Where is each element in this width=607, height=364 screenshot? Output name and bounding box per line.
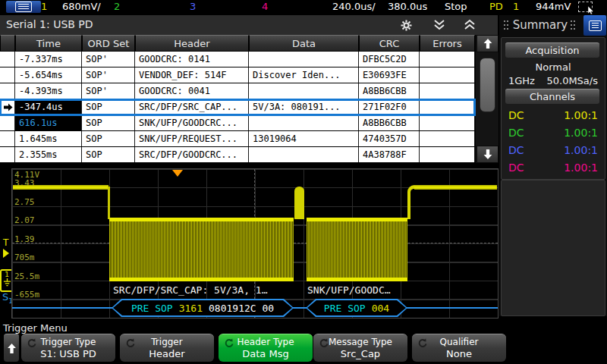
- channel1-marker-number: 1: [5, 271, 9, 278]
- softkey-value: None: [446, 348, 472, 360]
- cell-crc: DFBC5C2D: [359, 52, 420, 67]
- cell-ordset: SOP': [82, 83, 135, 99]
- cell-errors: [420, 83, 475, 99]
- channel1-summary-row[interactable]: DC 1.00:1: [502, 106, 605, 124]
- bmc-burst-packet-2: [307, 218, 407, 281]
- graticule[interactable]: 4.11V 3.43 2.75 2.07 1.39 705m 25.5m -65…: [11, 168, 498, 318]
- channel3-summary-row[interactable]: DC 1.00:1: [502, 141, 605, 158]
- table-row-selected[interactable]: -347.4us SOP SRC/DFP/SRC_CAP... 5V/3A: 0…: [0, 99, 475, 115]
- y-axis-label: 25.5m: [14, 271, 39, 281]
- chevron-double-up-icon[interactable]: [461, 18, 478, 32]
- trace-rising-edge: [407, 185, 417, 219]
- trigger-level-marker-icon[interactable]: [3, 249, 9, 258]
- col-header-errors[interactable]: Errors: [420, 35, 475, 52]
- serial-window-titlebar[interactable]: Serial 1: USB PD: [0, 15, 498, 36]
- cell-time: -7.337ms: [15, 52, 82, 67]
- y-axis-label: 2.75: [14, 197, 35, 207]
- cell-time: -5.654ms: [15, 67, 82, 83]
- channel2-summary-row[interactable]: DC 1.00:1: [502, 124, 605, 141]
- cell-header: GOODCRC: 0141: [135, 52, 249, 67]
- sidebar-menu-button[interactable]: [583, 15, 606, 36]
- softkey-qualifier[interactable]: Qualifier None: [412, 334, 506, 362]
- cell-errors: [420, 131, 475, 146]
- table-scrollbar[interactable]: [475, 35, 498, 163]
- cell-data: [249, 147, 359, 162]
- softkey-message-type[interactable]: Message Type Src_Cap: [313, 334, 407, 362]
- selection-cursor-icon[interactable]: [578, 2, 593, 12]
- settings-gear-icon[interactable]: [398, 18, 414, 32]
- table-row[interactable]: 2.355ms SOP SRC/DFP/GOODCRC... 4A38788F: [0, 147, 475, 163]
- cycle-icon: [417, 338, 427, 348]
- softkey-label: Header Type: [237, 337, 294, 348]
- trigger-type-label: PD: [489, 1, 503, 12]
- channel2-number[interactable]: 2: [114, 1, 120, 12]
- scroll-up-button[interactable]: [476, 35, 498, 52]
- cell-ordset: SOP': [82, 67, 135, 83]
- row-marker-cell: [0, 115, 15, 130]
- cell-data: Discover Iden...: [249, 67, 359, 83]
- cycle-icon: [318, 338, 329, 348]
- softkey-label: Trigger: [151, 337, 182, 348]
- channel4-summary-row[interactable]: DC 1.00:1: [502, 158, 605, 176]
- decode-packet-box[interactable]: PRE SOP 3161 0801912C 00: [112, 299, 294, 317]
- table-row[interactable]: -7.337ms SOP' GOODCRC: 0141 DFBC5C2D: [0, 52, 475, 67]
- table-row[interactable]: 616.1us SOP SNK/UFP/GOODCRC... A8BB6CBB: [0, 115, 475, 131]
- col-header-ordset[interactable]: ORD Set: [82, 35, 135, 52]
- channel3-number[interactable]: 3: [190, 1, 196, 12]
- cell-time: -347.4us: [15, 99, 82, 115]
- y-axis-label: 2.07: [14, 215, 35, 225]
- run-state[interactable]: Stop: [445, 1, 467, 12]
- horizontal-delay[interactable]: 380.0us: [388, 1, 427, 12]
- col-header-crc[interactable]: CRC: [359, 35, 420, 52]
- ground-symbol-icon: [3, 278, 11, 287]
- channel4-number[interactable]: 4: [262, 1, 268, 12]
- menu-back-button[interactable]: [4, 334, 19, 362]
- trace-falling-edge: [108, 187, 110, 219]
- grip-dots-icon[interactable]: [571, 20, 575, 30]
- table-row[interactable]: 1.645ms SOP SNK/UFP/REQUEST... 13019064 …: [0, 131, 475, 147]
- col-header-time[interactable]: Time: [15, 35, 82, 52]
- softkey-label: Trigger Type: [41, 337, 96, 348]
- softkey-value: Header: [149, 348, 184, 360]
- softkey-header-type[interactable]: Header Type Data Msg: [219, 334, 313, 362]
- row-marker-cell: [0, 83, 15, 99]
- cell-errors: [420, 52, 475, 67]
- channel1-number[interactable]: 1: [41, 1, 47, 12]
- trigger-source: 1: [513, 1, 519, 12]
- trigger-time-marker-icon[interactable]: [172, 170, 183, 177]
- row-marker-cell: [0, 99, 15, 115]
- cell-crc: 271F02F0: [359, 99, 420, 115]
- chevron-double-down-icon[interactable]: [431, 18, 448, 32]
- cell-crc: E30693FE: [359, 67, 420, 83]
- trace-idle-high-segment: [414, 185, 497, 190]
- trigger-level[interactable]: 944mV: [536, 1, 571, 12]
- sample-rate-value: 50.0MSa/s: [546, 75, 598, 86]
- arrow-up-icon: [8, 344, 16, 353]
- table-row[interactable]: -4.393ms SOP' GOODCRC: 0041 A8BB6CBB: [0, 83, 475, 99]
- trace-idle-high-segment: [13, 185, 109, 190]
- acquisition-button[interactable]: Acquisition: [505, 42, 599, 58]
- softkey-trigger-type[interactable]: Trigger Type S1: USB PD: [21, 334, 115, 362]
- channel1-scale[interactable]: 680mV/: [62, 1, 101, 12]
- waveform-display[interactable]: T 1 S1 4.11V 3.43 2.75 2.07 1.39 705m 25…: [0, 164, 498, 322]
- scroll-down-button[interactable]: [476, 146, 498, 163]
- cycle-icon: [26, 338, 36, 348]
- channels-button[interactable]: Channels: [505, 89, 599, 104]
- arrow-down-icon: [483, 149, 492, 159]
- col-header-data[interactable]: Data: [249, 35, 359, 52]
- row-marker-cell: [0, 147, 15, 162]
- col-header-header[interactable]: Header: [135, 35, 249, 52]
- bandwidth-value: 1GHz: [508, 75, 535, 86]
- main-menu-button[interactable]: [6, 1, 41, 13]
- timebase-scale[interactable]: 240.0us/: [332, 1, 376, 12]
- cell-ordset: SOP: [82, 131, 135, 146]
- table-row[interactable]: -5.654ms SOP' VENDOR_DEF: 514F Discover …: [0, 67, 475, 83]
- scrollbar-thumb[interactable]: [480, 58, 495, 112]
- softkey-trigger[interactable]: Trigger Header: [120, 334, 214, 362]
- decode-packet-box[interactable]: PRE SOP 004: [306, 299, 407, 317]
- cell-header: SRC/DFP/SRC_CAP...: [135, 99, 249, 115]
- softkey-value: Src_Cap: [341, 348, 380, 360]
- cell-ordset: SOP': [82, 52, 135, 67]
- trigger-menu-title: Trigger Menu: [3, 322, 68, 334]
- sidebar-title: Summary: [499, 18, 581, 32]
